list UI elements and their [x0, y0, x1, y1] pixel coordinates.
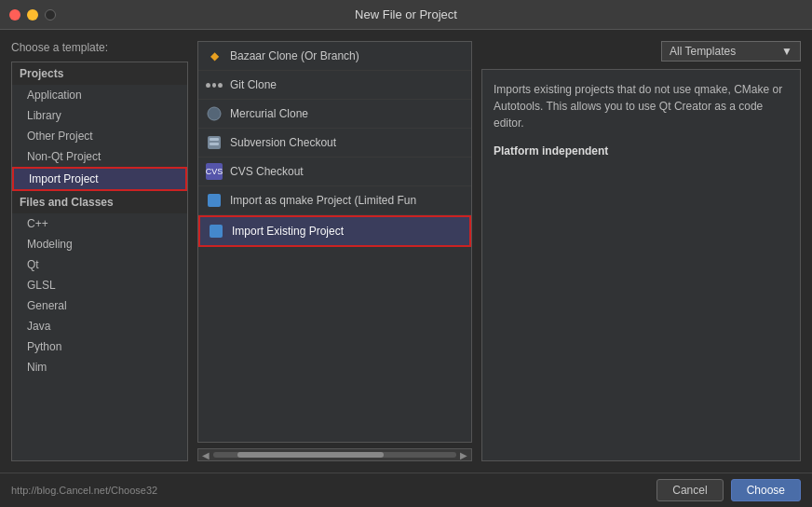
list-item-import-existing[interactable]: Import Existing Project — [198, 215, 471, 247]
sidebar-item-nim[interactable]: Nim — [12, 357, 187, 377]
sidebar-item-library[interactable]: Library — [12, 105, 187, 126]
subversion-icon — [206, 134, 223, 151]
mercurial-icon — [206, 105, 223, 122]
sidebar-item-python[interactable]: Python — [12, 336, 187, 357]
close-button[interactable] — [9, 9, 20, 21]
sidebar-item-glsl[interactable]: GLSL — [12, 275, 187, 295]
horizontal-scrollbar[interactable]: ◀ ▶ — [197, 448, 472, 461]
sidebar-item-general[interactable]: General — [12, 295, 187, 316]
sidebar-item-qt[interactable]: Qt — [12, 254, 187, 275]
sidebar-item-cpp[interactable]: C++ — [12, 213, 187, 234]
bazaar-icon: ◆ — [206, 48, 223, 64]
sidebar-item-application[interactable]: Application — [12, 85, 187, 105]
svg-point-0 — [208, 107, 221, 120]
footer: http://blog.Cancel.net/Choose32 Cancel C… — [0, 473, 812, 507]
window-title: New File or Project — [355, 7, 457, 21]
title-bar: New File or Project — [0, 0, 812, 30]
git-icon — [206, 76, 223, 93]
middle-panel: ◆ Bazaar Clone (Or Branch) Git Clone — [197, 41, 472, 461]
svg-rect-2 — [210, 138, 219, 141]
list-item-mercurial[interactable]: Mercurial Clone — [198, 100, 471, 129]
sidebar-item-import-project[interactable]: Import Project — [12, 167, 187, 191]
cvs-label: CVS Checkout — [230, 165, 304, 178]
list-item-cvs[interactable]: CVS CVS Checkout — [198, 158, 471, 186]
choose-button[interactable]: Choose — [731, 479, 801, 501]
import-icon — [208, 223, 224, 240]
qmake-icon — [206, 192, 223, 209]
description-text: Imports existing projects that do not us… — [494, 83, 782, 130]
scroll-left-arrow[interactable]: ◀ — [202, 450, 210, 460]
import-existing-label: Import Existing Project — [232, 225, 344, 238]
list-item-git[interactable]: Git Clone — [198, 71, 471, 100]
platform-label: Platform independent — [494, 143, 789, 159]
chevron-down-icon: ▼ — [781, 45, 792, 58]
sidebar-item-modeling[interactable]: Modeling — [12, 234, 187, 254]
template-list: ◆ Bazaar Clone (Or Branch) Git Clone — [197, 41, 472, 443]
window-controls[interactable] — [9, 9, 56, 21]
dropdown-value: All Templates — [670, 45, 736, 58]
description-box: Imports existing projects that do not us… — [481, 69, 801, 461]
template-dropdown[interactable]: All Templates ▼ — [661, 41, 801, 62]
sidebar-item-non-qt-project[interactable]: Non-Qt Project — [12, 146, 187, 167]
git-label: Git Clone — [230, 78, 277, 91]
section-header-files-classes: Files and Classes — [12, 191, 187, 213]
template-filter: All Templates ▼ — [481, 41, 801, 62]
subversion-label: Subversion Checkout — [230, 136, 336, 149]
footer-buttons: Cancel Choose — [656, 479, 801, 501]
cvs-icon: CVS — [206, 163, 223, 180]
left-panel: Choose a template: Projects Application … — [11, 41, 188, 461]
left-list: Projects Application Library Other Proje… — [11, 62, 188, 461]
bazaar-label: Bazaar Clone (Or Branch) — [230, 49, 359, 62]
minimize-button[interactable] — [27, 9, 38, 21]
scroll-thumb[interactable] — [237, 452, 384, 458]
right-panel: All Templates ▼ Imports existing project… — [481, 41, 801, 461]
svg-rect-3 — [210, 143, 219, 145]
svg-rect-5 — [210, 225, 223, 238]
section-header-projects: Projects — [12, 62, 187, 85]
svg-rect-4 — [208, 194, 221, 207]
list-item-bazaar[interactable]: ◆ Bazaar Clone (Or Branch) — [198, 42, 471, 71]
qmake-label: Import as qmake Project (Limited Fun — [230, 194, 416, 207]
sidebar-item-java[interactable]: Java — [12, 316, 187, 336]
scroll-right-arrow[interactable]: ▶ — [460, 450, 467, 460]
scroll-track[interactable] — [213, 452, 456, 458]
list-item-subversion[interactable]: Subversion Checkout — [198, 129, 471, 158]
mercurial-label: Mercurial Clone — [230, 107, 308, 120]
sidebar-item-other-project[interactable]: Other Project — [12, 126, 187, 146]
main-content: Choose a template: Projects Application … — [0, 30, 812, 473]
list-item-qmake[interactable]: Import as qmake Project (Limited Fun — [198, 186, 471, 215]
footer-url: http://blog.Cancel.net/Choose32 — [11, 485, 157, 496]
maximize-button[interactable] — [45, 9, 56, 21]
cancel-button[interactable]: Cancel — [656, 479, 723, 501]
choose-label: Choose a template: — [11, 41, 188, 54]
